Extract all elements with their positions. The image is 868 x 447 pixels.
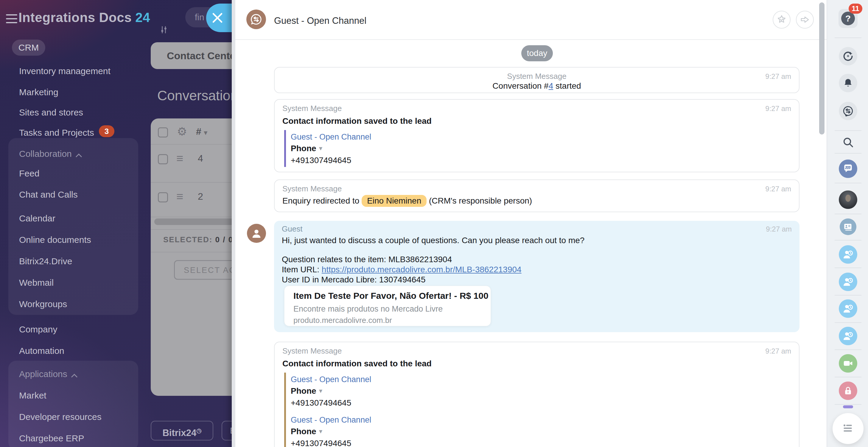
rail-menu-button[interactable]	[833, 413, 864, 444]
search-icon[interactable]	[842, 136, 854, 148]
video-call-button[interactable]	[839, 354, 857, 373]
select-action-dropdown[interactable]: SELECT ACTION ▾	[174, 260, 240, 280]
message-title: Contact information saved to the lead	[282, 359, 432, 369]
sidebar-item-automation[interactable]: Automation	[19, 346, 64, 356]
sidebar-item-feed[interactable]: Feed	[19, 168, 39, 178]
chevron-down-icon: ▾	[204, 129, 207, 136]
system-message-card: System Message 9:27 am Contact informati…	[274, 99, 800, 172]
sidebar-item-company[interactable]: Company	[19, 324, 57, 335]
person-clock-icon	[842, 276, 854, 288]
horizontal-scrollbar[interactable]	[154, 218, 238, 225]
recent-contact-button[interactable]	[839, 245, 857, 264]
person-clock-icon	[842, 248, 854, 261]
channel-link[interactable]: Guest - Open Channel	[291, 415, 371, 425]
sidebar-item-sites[interactable]: Sites and stores	[19, 107, 83, 117]
row-checkbox[interactable]	[158, 192, 168, 202]
video-camera-icon	[842, 358, 854, 369]
row-id: 2	[198, 191, 203, 202]
vertical-scrollbar[interactable]	[819, 2, 825, 135]
column-header-id[interactable]: # ▾	[196, 126, 207, 137]
date-separator: today	[521, 45, 553, 61]
message-text: Hi, just wanted to discuss a couple of q…	[282, 236, 584, 245]
sidebar-item-inventory[interactable]: Inventory management	[19, 66, 111, 76]
notifications-button[interactable]	[839, 74, 857, 92]
security-button[interactable]	[839, 381, 857, 400]
chevron-up-icon	[71, 374, 78, 380]
group-chat-icon	[842, 163, 854, 174]
group-chat-button[interactable]	[839, 160, 857, 178]
sidebar-item-chat-calls[interactable]: Chat and Calls	[19, 190, 78, 200]
item-subtitle: Encontre mais produtos no Mercado Livre	[293, 304, 443, 314]
message-time: 9:27 am	[765, 104, 791, 113]
page-title: Conversation	[157, 88, 238, 104]
sidebar-item-online-docs[interactable]: Online documents	[19, 235, 91, 245]
sidebar-item-tasks[interactable]: Tasks and Projects	[19, 128, 94, 138]
bell-icon	[843, 78, 854, 89]
sliders-icon[interactable]	[159, 25, 168, 35]
row-handle-icon[interactable]: ≡	[176, 152, 183, 165]
sidebar-item-marketing[interactable]: Marketing	[19, 87, 58, 97]
guest-avatar	[247, 224, 266, 243]
message-time: 9:27 am	[765, 185, 791, 193]
sidebar-item-drive[interactable]: Bitrix24.Drive	[19, 256, 72, 266]
field-label[interactable]: Phone▾	[291, 144, 322, 153]
sidebar-item-webmail[interactable]: Webmail	[19, 278, 54, 288]
message-time: 9:27 am	[765, 72, 791, 81]
sidebar-section-applications[interactable]: Applications	[19, 369, 76, 379]
row-handle-icon[interactable]: ≡	[176, 190, 183, 203]
screen: Integrations Docs24 fin CRM Inventory ma…	[0, 0, 868, 447]
forward-button[interactable]	[796, 11, 814, 29]
sidebar-item-workgroups[interactable]: Workgroups	[19, 299, 67, 309]
open-channel-avatar	[246, 9, 266, 29]
dropdown-icon: ▾	[319, 387, 322, 394]
channel-link[interactable]: Guest - Open Channel	[291, 132, 371, 142]
sidebar-item-market[interactable]: Market	[19, 390, 46, 401]
recent-contact-button[interactable]	[839, 273, 857, 291]
right-rail: ? 11	[827, 0, 868, 447]
menu-toggle-button[interactable]	[6, 14, 17, 24]
tab-contact-center[interactable]: Contact Center	[151, 42, 240, 69]
message-text: User ID in Mercado Libre: 1307494645	[282, 275, 426, 284]
sidebar-item-dev-resources[interactable]: Developer resources	[19, 412, 101, 422]
app-title-suffix: 24	[135, 10, 150, 25]
field-label[interactable]: Phone▾	[291, 427, 322, 436]
field-label[interactable]: Phone▾	[291, 386, 322, 396]
panel-resize-handle[interactable]	[232, 0, 235, 447]
message-sender: System Message	[282, 184, 342, 194]
close-icon	[211, 11, 224, 25]
message-sender: System Message	[275, 72, 799, 81]
contact-card-button[interactable]	[840, 218, 857, 235]
selected-value: 0 / 0	[215, 235, 234, 244]
sidebar-section-collaboration[interactable]: Collaboration	[19, 149, 81, 159]
bitrix24-brand-button[interactable]: Bitrix24◷	[151, 421, 213, 441]
select-all-checkbox[interactable]	[158, 127, 168, 137]
recent-contact-button[interactable]	[839, 299, 857, 318]
phone-value: +491307494645	[291, 439, 351, 447]
row-checkbox[interactable]	[158, 154, 168, 164]
star-check-icon	[776, 14, 787, 25]
sidebar-item-chargebee[interactable]: Chargebee ERP	[19, 433, 84, 443]
chat-title: Guest - Open Channel	[274, 15, 366, 26]
item-preview-card[interactable]: Item De Teste Por Favor, Não Ofertar! - …	[284, 286, 491, 326]
responsible-person-highlight[interactable]: Eino Nieminen	[362, 195, 427, 207]
user-avatar[interactable]	[839, 191, 857, 209]
sidebar-item-calendar[interactable]: Calendar	[19, 213, 55, 224]
hidden-item-peek	[843, 405, 853, 408]
dropdown-icon: ▾	[319, 428, 322, 435]
item-url-link[interactable]: https://produto.mercadolivre.com.br/MLB-…	[322, 265, 522, 274]
channel-link[interactable]: Guest - Open Channel	[291, 375, 371, 384]
recent-contact-button[interactable]	[839, 327, 857, 345]
gear-icon[interactable]: ⚙	[177, 125, 187, 138]
sidebar-item-crm[interactable]: CRM	[12, 40, 45, 56]
conversation-link[interactable]: 4	[549, 81, 553, 91]
guest-message-bubble: Guest 9:27 am Hi, just wanted to discuss…	[274, 221, 800, 332]
message-title: Contact information saved to the lead	[282, 116, 432, 126]
message-time: 9:27 am	[766, 225, 792, 233]
notification-badge: 11	[849, 4, 862, 14]
mark-important-button[interactable]	[773, 11, 790, 29]
copilot-button[interactable]	[839, 47, 857, 66]
message-sender: System Message	[282, 346, 342, 356]
contact-info-block: Guest - Open Channel Phone▾ +49130749464…	[284, 373, 291, 447]
open-lines-button[interactable]	[839, 102, 857, 120]
chevron-up-icon	[76, 153, 82, 160]
